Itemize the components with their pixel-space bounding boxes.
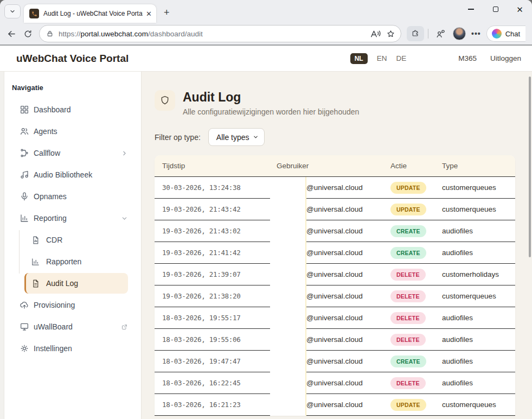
row-time: 19-03-2026, 21:43:42 (155, 205, 270, 213)
browser-essentials-button[interactable] (432, 26, 448, 42)
chevron-down-icon (253, 134, 259, 140)
lang-en-button[interactable]: EN (377, 54, 387, 62)
shield-icon (155, 90, 175, 111)
reporting-sub-list: CDR Rapporten Audit Log (4, 229, 141, 294)
row-time: 18-03-2026, 19:55:06 (155, 335, 270, 344)
read-aloud-icon (370, 30, 381, 38)
sidebar-item-uwallboard[interactable]: uWallBoard (4, 316, 141, 338)
column-header-type: Type (442, 162, 515, 170)
row-type: audiofiles (442, 335, 515, 344)
m365-link[interactable]: M365 (458, 54, 477, 62)
chevron-down-icon (121, 215, 128, 222)
logout-link[interactable]: Uitloggen (490, 54, 521, 62)
sidebar-item-provisioning[interactable]: Provisioning (4, 294, 141, 316)
table-header-row: Tijdstip Gebruiker Actie Type (155, 155, 515, 177)
table-row: 30-03-2026, 13:24:38 @universal.cloud UP… (155, 177, 515, 199)
lang-nl-button[interactable]: NL (350, 53, 368, 64)
row-type: customerqueues (442, 205, 515, 213)
minimize-icon (468, 9, 474, 9)
row-type: audiofiles (442, 379, 515, 387)
row-action: CREATE (390, 247, 442, 259)
window-maximize-button[interactable] (483, 0, 508, 18)
chevron-right-icon (121, 150, 128, 157)
sidebar-item-opnames[interactable]: Opnames (4, 186, 141, 207)
action-badge: DELETE (390, 269, 426, 281)
sidebar-item-label: Callflow (34, 149, 60, 157)
file-chart-icon (31, 236, 40, 245)
page-subtitle: Alle configuratiewijzigingen worden hier… (183, 107, 359, 116)
bar-chart-icon (31, 257, 40, 266)
column-header-tijdstip: Tijdstip (155, 162, 270, 170)
row-time: 19-03-2026, 21:38:20 (155, 292, 270, 300)
tab-close-icon[interactable]: ✕ (146, 10, 152, 17)
sidebar-heading: Navigatie (4, 84, 141, 92)
sidebar-item-label: Instellingen (34, 344, 72, 353)
chevron-down-icon (9, 8, 16, 15)
person-chat-icon (435, 29, 446, 39)
tab-strip: Audit Log - uWebChat Voice Portal ✕ + ✕ (0, 0, 532, 23)
action-badge: DELETE (390, 290, 426, 302)
redacted-user-overlay (270, 242, 306, 264)
read-aloud-button[interactable] (370, 30, 381, 38)
gear-icon (20, 344, 29, 353)
microphone-icon (20, 192, 29, 201)
sidebar-item-audit-log[interactable]: Audit Log (24, 273, 128, 294)
header-links: M365 Uitloggen (458, 54, 521, 62)
row-action: UPDATE (390, 204, 442, 215)
action-badge: DELETE (390, 334, 426, 346)
lock-icon (46, 30, 54, 37)
row-time: 19-03-2026, 21:39:07 (155, 270, 270, 278)
type-filter-select[interactable]: Alle types (208, 128, 265, 146)
audit-table-card: Tijdstip Gebruiker Actie Type 30-03-2026… (155, 155, 515, 416)
table-row: 18-03-2026, 16:21:23 @universal.cloud UP… (155, 394, 515, 416)
sidebar-item-label: Audit Log (46, 279, 78, 288)
lang-de-button[interactable]: DE (396, 54, 406, 62)
sidebar-item-dashboard[interactable]: Dashboard (4, 99, 141, 120)
redacted-user-overlay (270, 199, 306, 220)
tab-search-dropdown[interactable] (4, 4, 21, 18)
browser-tab[interactable]: Audit Log - uWebChat Voice Portal ✕ (24, 4, 156, 23)
browser-window: Audit Log - uWebChat Voice Portal ✕ + ✕ … (0, 0, 532, 419)
extensions-button[interactable] (407, 26, 424, 41)
sidebar-item-label: Dashboard (34, 105, 71, 114)
sidebar-item-reporting[interactable]: Reporting (4, 207, 141, 229)
column-header-actie: Actie (390, 162, 442, 170)
new-tab-button[interactable]: + (164, 8, 170, 17)
action-badge: UPDATE (390, 204, 426, 215)
music-icon (20, 170, 29, 180)
table-row: 18-03-2026, 19:47:47 @universal.cloud CR… (155, 351, 515, 372)
page-title: Audit Log (183, 90, 359, 104)
favorites-button[interactable] (386, 29, 395, 39)
row-action: DELETE (390, 377, 442, 389)
profile-avatar[interactable] (453, 27, 466, 40)
sidebar-item-agents[interactable]: Agents (4, 120, 141, 142)
portal-header: uWebChat Voice Portal NL EN DE M365 Uitl… (0, 46, 532, 72)
sidebar-item-callflow[interactable]: Callflow (4, 142, 141, 164)
table-row: 18-03-2026, 16:22:45 @universal.cloud DE… (155, 372, 515, 394)
window-minimize-button[interactable] (459, 0, 483, 18)
sidebar-item-label: Provisioning (34, 301, 75, 309)
sidebar-item-cdr[interactable]: CDR (4, 229, 141, 251)
row-action: CREATE (390, 225, 442, 237)
sidebar-item-label: Reporting (34, 214, 67, 223)
external-link-icon (121, 323, 128, 331)
sidebar-item-instellingen[interactable]: Instellingen (4, 338, 141, 359)
sidebar-item-audio-bibliotheek[interactable]: Audio Bibliotheek (4, 164, 141, 186)
row-action: UPDATE (390, 399, 442, 411)
back-button[interactable] (3, 26, 20, 42)
settings-menu-button[interactable]: ••• (471, 29, 481, 38)
row-time: 19-03-2026, 21:41:42 (155, 249, 270, 257)
redacted-user-overlay (270, 285, 306, 307)
back-arrow-icon (7, 29, 17, 39)
window-close-button[interactable]: ✕ (508, 0, 532, 18)
sidebar: Navigatie Dashboard Agents Callflow Au (4, 72, 142, 419)
filter-row: Filter op type: Alle types (155, 128, 532, 146)
refresh-icon (23, 29, 33, 39)
refresh-button[interactable] (20, 26, 36, 42)
window-controls: ✕ (459, 0, 532, 18)
sidebar-item-rapporten[interactable]: Rapporten (4, 251, 141, 272)
sidebar-item-label: uWallBoard (34, 322, 73, 331)
address-bar[interactable]: https://portal.uwebchat.com/dashboard/au… (39, 25, 401, 42)
copilot-chat-button[interactable]: Chat (486, 26, 525, 42)
page-scrollbar-thumb[interactable] (529, 77, 531, 257)
